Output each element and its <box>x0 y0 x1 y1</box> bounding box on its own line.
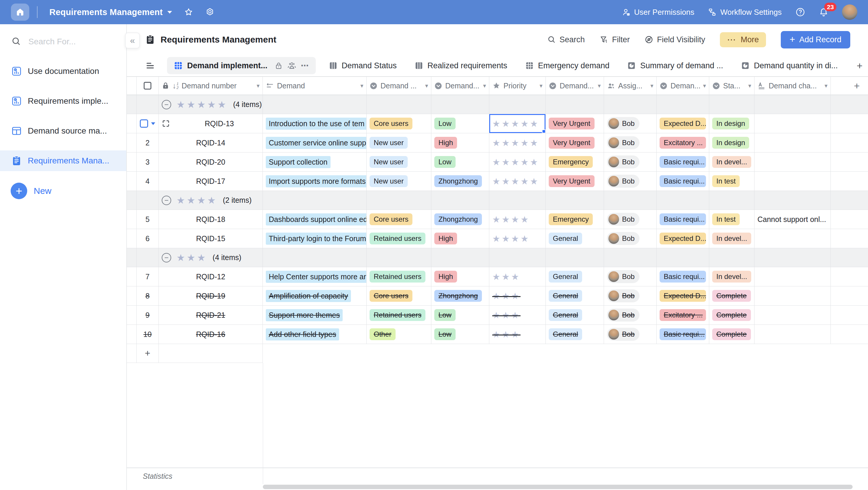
priority-stars[interactable]: ★★★★★ <box>492 138 539 148</box>
cell-demand-level[interactable]: Zhongzhong <box>431 172 489 191</box>
cell-demand[interactable]: Support more themes <box>263 305 367 325</box>
cell-demand-number[interactable]: RQID-15 <box>159 229 263 248</box>
select-all-checkbox[interactable] <box>144 82 151 90</box>
cell-demand-level[interactable]: High <box>431 229 489 248</box>
cell-demand-number[interactable]: RQID-16 <box>159 325 263 344</box>
cell-demand[interactable]: Add other field types <box>263 325 367 344</box>
chevron-down-icon[interactable]: ▾ <box>483 82 486 89</box>
more-button[interactable]: ⋯ More <box>720 32 766 47</box>
cell-demand-channel[interactable] <box>754 133 831 152</box>
cell-demand-source[interactable]: Retained users <box>367 229 431 248</box>
cell-demand-number[interactable]: RQID-14 <box>159 133 263 152</box>
chevron-down-icon[interactable]: ▾ <box>598 82 601 89</box>
cell-assignee[interactable]: Bob <box>604 267 657 286</box>
cell-priority[interactable]: ★★★ <box>489 305 546 325</box>
priority-stars[interactable]: ★★★ <box>492 329 521 339</box>
cell-assignee[interactable]: Bob <box>604 286 657 305</box>
chevron-down-icon[interactable]: ▾ <box>539 82 542 89</box>
cell-priority[interactable]: ★★★★★ <box>489 153 546 171</box>
column-header-id[interactable]: ↓12Demand number▾ <box>159 77 263 95</box>
cell-demand-level[interactable]: Low <box>431 305 489 325</box>
cell-demand-source[interactable]: Retained users <box>367 305 431 325</box>
cell-demand[interactable]: Customer service online supp <box>263 133 367 152</box>
cell-demand[interactable]: Help Center supports more ar <box>263 267 367 286</box>
add-field-button[interactable]: + <box>854 80 860 92</box>
cell-priority[interactable]: ★★★★★ <box>489 133 546 152</box>
user-avatar[interactable] <box>842 4 857 20</box>
cell-demand-number[interactable]: RQID-12 <box>159 267 263 286</box>
help-button[interactable] <box>795 7 805 17</box>
cell-demand-channel[interactable] <box>754 153 831 171</box>
cell-priority[interactable]: ★★★★ <box>489 229 546 248</box>
sidebar-new-button[interactable]: + New <box>0 180 126 201</box>
view-list-icon[interactable] <box>145 61 155 71</box>
cell-demand[interactable]: Dashboards support online ed <box>263 210 367 229</box>
cell-demand-urgency[interactable]: General <box>546 325 604 344</box>
collapse-group-icon[interactable]: − <box>162 253 171 262</box>
user-permissions-button[interactable]: User Permissions <box>622 8 694 17</box>
tab-more-icon[interactable]: ⋯ <box>301 61 309 70</box>
cell-demand-urgency[interactable]: General <box>546 286 604 305</box>
row-head-cell[interactable]: 4 <box>136 172 159 191</box>
cell-assignee[interactable]: Bob <box>604 153 657 171</box>
cell-assignee[interactable]: Bob <box>604 325 657 344</box>
cell-demand[interactable]: Third-party login to the Forum <box>263 229 367 248</box>
favorite-star-button[interactable] <box>184 7 193 17</box>
cell-demand-source[interactable]: Core users <box>367 114 431 133</box>
priority-stars[interactable]: ★★★★★ <box>492 119 539 129</box>
group-header-cell[interactable]: −★★★★(2 items) <box>159 191 263 209</box>
sidebar-collapse-button[interactable]: « <box>125 33 140 48</box>
chevron-down-icon[interactable]: ▾ <box>825 82 828 89</box>
cell-demand-urgency[interactable]: Very Urgent <box>546 172 604 191</box>
cell-status[interactable]: In design <box>709 133 754 152</box>
row-head-cell[interactable] <box>136 114 159 133</box>
cell-status[interactable]: In test <box>709 172 754 191</box>
cell-status[interactable]: In devel... <box>709 267 754 286</box>
add-row-cell[interactable]: + <box>136 344 159 363</box>
collaborators-icon[interactable] <box>287 61 296 70</box>
group-header-cell[interactable] <box>136 191 159 209</box>
cell-demand-number[interactable]: RQID-17 <box>159 172 263 191</box>
view-tab[interactable]: Emergency demand <box>525 61 610 70</box>
cell-status[interactable]: Complete <box>709 286 754 305</box>
cell-demand-channel[interactable] <box>754 286 831 305</box>
table-row[interactable]: 10RQID-16Add other field typesOtherLow★★… <box>127 325 868 344</box>
cell-demand-urgency[interactable]: General <box>546 267 604 286</box>
cell-demand-number[interactable]: RQID-20 <box>159 153 263 171</box>
sidebar-item[interactable]: Use documentation <box>0 61 126 81</box>
cell-priority[interactable]: ★★★★★ <box>489 114 546 133</box>
priority-stars[interactable]: ★★★★★ <box>492 157 539 167</box>
cell-assignee[interactable]: Bob <box>604 305 657 325</box>
cell-assignee[interactable]: Bob <box>604 114 657 133</box>
cell-status[interactable]: In test <box>709 210 754 229</box>
table-row[interactable]: 8RQID-19Amplification of capacityCore us… <box>127 286 868 305</box>
cell-demand-classification[interactable]: Basic requi... <box>657 267 709 286</box>
cell-status[interactable]: In devel... <box>709 229 754 248</box>
search-button[interactable]: Search <box>547 35 585 44</box>
row-head-cell[interactable]: 9 <box>136 305 159 325</box>
column-header-urgency[interactable]: Demand...▾ <box>546 77 604 95</box>
group-header-cell[interactable]: −★★★(4 items) <box>159 248 263 267</box>
cell-demand-channel[interactable] <box>754 267 831 286</box>
cell-demand-classification[interactable]: Basic requi... <box>657 153 709 171</box>
cell-demand-source[interactable]: Retained users <box>367 267 431 286</box>
cell-demand-channel[interactable] <box>754 325 831 344</box>
cell-assignee[interactable]: Bob <box>604 229 657 248</box>
filter-button[interactable]: Filter <box>599 35 630 44</box>
cell-demand-classification[interactable]: Excitatory ... <box>657 305 709 325</box>
cell-demand-source[interactable]: Core users <box>367 286 431 305</box>
column-header-source[interactable]: Demand ...▾ <box>367 77 431 95</box>
cell-demand-number[interactable]: RQID-18 <box>159 210 263 229</box>
chevron-down-icon[interactable]: ▾ <box>257 82 259 89</box>
chevron-down-icon[interactable]: ▾ <box>748 82 751 89</box>
settings-button[interactable] <box>205 7 215 17</box>
notifications-button[interactable]: 23 <box>819 7 828 17</box>
cell-demand-level[interactable]: Low <box>431 153 489 171</box>
cell-demand-level[interactable]: Zhongzhong <box>431 286 489 305</box>
table-row[interactable]: 7RQID-12Help Center supports more arReta… <box>127 267 868 286</box>
cell-demand-classification[interactable]: Expected D... <box>657 229 709 248</box>
add-view-button[interactable]: + <box>857 60 863 71</box>
group-header-cell[interactable] <box>136 248 159 267</box>
cell-demand-number[interactable]: RQID-21 <box>159 305 263 325</box>
priority-stars[interactable]: ★★★ <box>492 271 521 282</box>
